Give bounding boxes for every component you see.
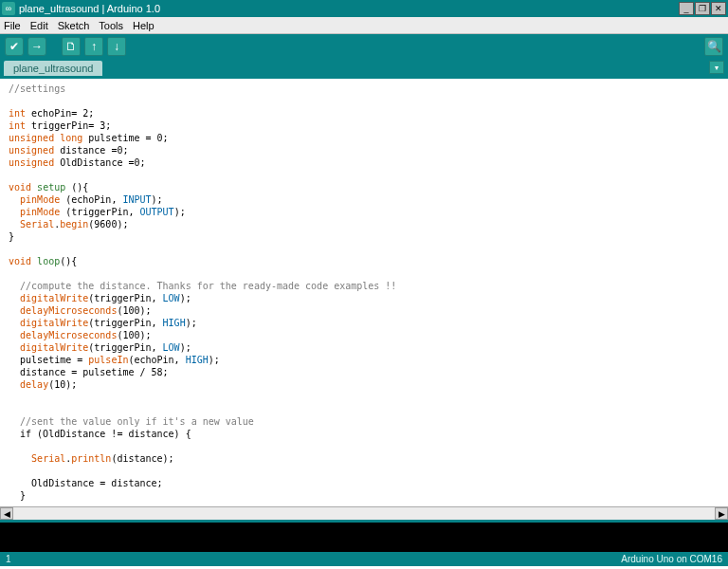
code-editor[interactable]: //settings int echoPin= 2; int triggerPi… <box>3 79 725 506</box>
console-output <box>0 520 728 552</box>
editor-area: //settings int echoPin= 2; int triggerPi… <box>0 76 728 520</box>
scroll-right-arrow-icon[interactable]: ▶ <box>715 507 728 520</box>
arrow-down-icon: ↓ <box>114 40 119 53</box>
menu-file[interactable]: File <box>4 20 21 31</box>
check-icon: ✔ <box>9 40 19 53</box>
file-icon: 🗋 <box>65 40 77 53</box>
line-number: 1 <box>6 554 11 564</box>
upload-button[interactable]: → <box>27 37 46 56</box>
horizontal-scrollbar[interactable]: ◀ ▶ <box>0 506 728 520</box>
save-button[interactable]: ↓ <box>107 37 126 56</box>
window-title: plane_ultrasound | Arduino 1.0 <box>19 3 160 14</box>
chevron-down-icon: ▾ <box>715 64 719 72</box>
maximize-button[interactable]: ❐ <box>695 2 710 15</box>
verify-button[interactable]: ✔ <box>5 37 24 56</box>
close-button[interactable]: ✕ <box>711 2 726 15</box>
search-icon: 🔍 <box>707 40 721 53</box>
new-button[interactable]: 🗋 <box>62 37 81 56</box>
title-bar: ∞ plane_ultrasound | Arduino 1.0 _ ❐ ✕ <box>0 0 728 17</box>
menu-sketch[interactable]: Sketch <box>58 20 90 31</box>
menu-edit[interactable]: Edit <box>30 20 48 31</box>
arduino-app-icon: ∞ <box>2 2 15 15</box>
open-button[interactable]: ↑ <box>84 37 103 56</box>
tab-sketch[interactable]: plane_ultrasound <box>4 61 102 76</box>
toolbar: ✔ → 🗋 ↑ ↓ 🔍 <box>0 34 728 59</box>
menu-help[interactable]: Help <box>133 20 155 31</box>
scroll-track[interactable] <box>13 507 715 520</box>
menu-tools[interactable]: Tools <box>99 20 123 31</box>
tab-dropdown-button[interactable]: ▾ <box>709 61 724 74</box>
board-port-label: Arduino Uno on COM16 <box>621 554 722 564</box>
minimize-button[interactable]: _ <box>679 2 694 15</box>
serial-monitor-button[interactable]: 🔍 <box>704 37 723 56</box>
tab-bar: plane_ultrasound ▾ <box>0 59 728 76</box>
menu-bar: File Edit Sketch Tools Help <box>0 17 728 34</box>
status-bar: 1 Arduino Uno on COM16 <box>0 552 728 566</box>
arrow-up-icon: ↑ <box>91 40 97 53</box>
arrow-right-icon: → <box>31 40 43 53</box>
scroll-left-arrow-icon[interactable]: ◀ <box>0 507 13 520</box>
